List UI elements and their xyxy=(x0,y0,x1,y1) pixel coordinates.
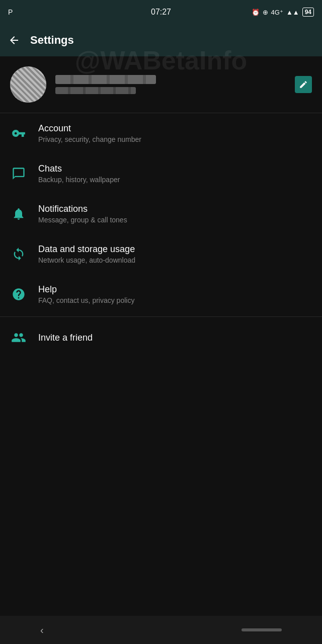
back-button[interactable] xyxy=(8,34,20,46)
network-icon: 4G⁺ xyxy=(271,9,283,16)
nav-home-pill[interactable] xyxy=(242,628,282,631)
alarm-icon: ⏰ xyxy=(252,9,260,16)
time-display: 07:27 xyxy=(151,8,171,17)
notifications-icon xyxy=(10,207,27,221)
carrier-icon: P xyxy=(8,8,13,16)
page-title: Settings xyxy=(30,34,74,47)
signal-icon: ▲▲ xyxy=(286,9,299,16)
chats-subtitle: Backup, history, wallpaper xyxy=(38,176,312,184)
profile-section[interactable] xyxy=(0,56,322,113)
chats-text: Chats Backup, history, wallpaper xyxy=(38,164,312,184)
toolbar: Settings xyxy=(0,24,322,56)
profile-status-blurred xyxy=(55,87,136,94)
account-title: Account xyxy=(38,123,312,134)
chats-icon xyxy=(10,167,27,181)
status-bar: P 07:27 ⏰ ⊕ 4G⁺ ▲▲ 94 xyxy=(0,0,322,24)
invite-friend-item[interactable]: Invite a friend xyxy=(0,319,322,356)
account-text: Account Privacy, security, change number xyxy=(38,123,312,143)
settings-item-account[interactable]: Account Privacy, security, change number xyxy=(0,113,322,153)
settings-item-help[interactable]: Help FAQ, contact us, privacy policy xyxy=(0,274,322,314)
account-subtitle: Privacy, security, change number xyxy=(38,135,312,143)
invite-icon xyxy=(10,330,27,345)
profile-info xyxy=(55,75,286,94)
nav-back-button[interactable]: ‹ xyxy=(40,624,44,636)
invite-title: Invite a friend xyxy=(38,333,93,343)
notifications-subtitle: Message, group & call tones xyxy=(38,216,312,224)
data-title: Data and storage usage xyxy=(38,244,312,255)
avatar xyxy=(10,66,46,103)
battery-display: 94 xyxy=(302,8,314,17)
settings-item-data[interactable]: Data and storage usage Network usage, au… xyxy=(0,234,322,274)
help-title: Help xyxy=(38,284,312,295)
data-text: Data and storage usage Network usage, au… xyxy=(38,244,312,264)
notifications-text: Notifications Message, group & call tone… xyxy=(38,204,312,224)
account-icon xyxy=(10,126,27,140)
wifi-icon: ⊕ xyxy=(263,9,268,16)
status-icons: ⏰ ⊕ 4G⁺ ▲▲ 94 xyxy=(252,8,314,17)
section-divider xyxy=(0,316,322,317)
help-icon xyxy=(10,287,27,301)
help-subtitle: FAQ, contact us, privacy policy xyxy=(38,296,312,304)
data-icon xyxy=(10,247,27,261)
data-subtitle: Network usage, auto-download xyxy=(38,256,312,264)
back-arrow-icon xyxy=(8,34,20,46)
help-text: Help FAQ, contact us, privacy policy xyxy=(38,284,312,304)
profile-edit-button[interactable] xyxy=(295,76,312,93)
settings-list: Account Privacy, security, change number… xyxy=(0,113,322,314)
chats-title: Chats xyxy=(38,164,312,174)
profile-name-blurred xyxy=(55,75,156,84)
settings-item-chats[interactable]: Chats Backup, history, wallpaper xyxy=(0,153,322,194)
edit-icon xyxy=(299,80,308,89)
notifications-title: Notifications xyxy=(38,204,312,214)
avatar-image xyxy=(10,66,46,103)
bottom-nav-bar: ‹ xyxy=(0,616,322,644)
settings-item-notifications[interactable]: Notifications Message, group & call tone… xyxy=(0,194,322,234)
